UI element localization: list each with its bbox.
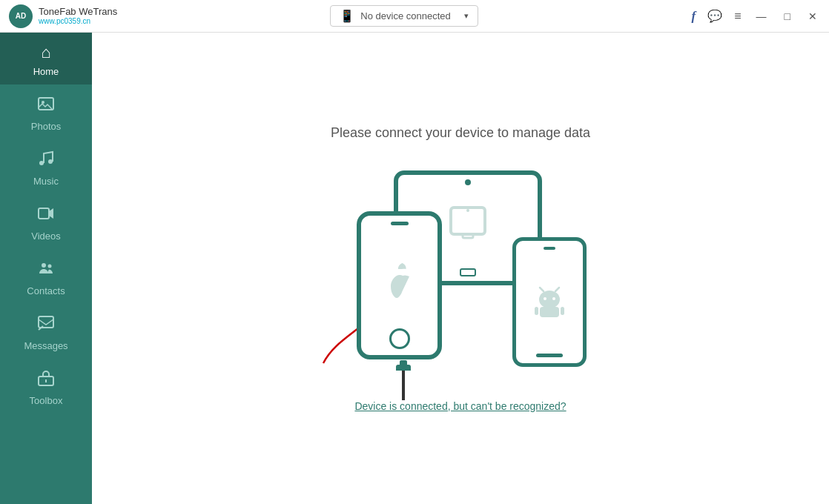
- svg-rect-21: [561, 307, 564, 315]
- sidebar-item-contacts[interactable]: Contacts: [0, 249, 92, 304]
- sidebar-item-music[interactable]: Music: [0, 139, 92, 194]
- titlebar-left: AD ToneFab WeTrans www.pc0359.cn: [9, 4, 117, 28]
- svg-line-18: [555, 288, 559, 291]
- chevron-down-icon: ▾: [464, 11, 469, 21]
- svg-point-16: [552, 297, 555, 300]
- sidebar: ⌂ Home Photos Music: [0, 33, 92, 504]
- main-content: Please connect your device to manage dat…: [92, 33, 829, 504]
- sidebar-label-messages: Messages: [24, 340, 67, 351]
- contacts-icon: [37, 259, 55, 282]
- facebook-icon[interactable]: f: [692, 9, 696, 24]
- svg-rect-4: [39, 208, 49, 219]
- sidebar-item-photos[interactable]: Photos: [0, 84, 92, 139]
- device-status-text: No device connected: [360, 10, 450, 21]
- android-logo-icon: [534, 286, 565, 317]
- svg-rect-13: [463, 234, 473, 238]
- sidebar-label-contacts: Contacts: [27, 285, 65, 296]
- svg-point-3: [48, 159, 53, 164]
- titlebar-right: f 💬 ≡ — □ ✕: [692, 9, 820, 24]
- home-icon: ⌂: [41, 43, 50, 62]
- sidebar-item-messages[interactable]: Messages: [0, 304, 92, 359]
- svg-rect-7: [39, 316, 53, 328]
- tablet-screen: [449, 206, 486, 250]
- menu-icon[interactable]: ≡: [734, 10, 741, 23]
- svg-rect-19: [540, 307, 559, 317]
- watermark-line2: www.pc0359.cn: [39, 17, 117, 26]
- sidebar-label-toolbox: Toolbox: [30, 395, 63, 406]
- app-logo: AD: [9, 4, 33, 28]
- sidebar-item-home[interactable]: ⌂ Home: [0, 33, 92, 84]
- music-icon: [37, 150, 55, 172]
- svg-rect-20: [535, 307, 538, 315]
- toolbox-icon: [37, 369, 55, 391]
- app-title: ToneFab WeTrans: [39, 6, 117, 18]
- photos-icon: [37, 95, 55, 117]
- iphone-device: [357, 211, 442, 359]
- sidebar-item-toolbox[interactable]: Toolbox: [0, 359, 92, 414]
- android-device: [512, 237, 587, 367]
- close-button[interactable]: ✕: [805, 10, 820, 22]
- minimize-button[interactable]: —: [753, 10, 770, 22]
- phone-icon: 📱: [340, 9, 354, 23]
- connect-link[interactable]: Device is connected, but can't be recogn…: [354, 400, 566, 412]
- sidebar-label-music: Music: [33, 176, 59, 187]
- connect-title: Please connect your device to manage dat…: [331, 125, 590, 141]
- sidebar-label-photos: Photos: [31, 121, 61, 132]
- device-selector[interactable]: 📱 No device connected ▾: [330, 5, 478, 27]
- messages-icon: [37, 314, 55, 336]
- main-layout: ⌂ Home Photos Music: [0, 33, 829, 504]
- svg-point-15: [544, 297, 546, 300]
- svg-point-5: [42, 263, 46, 268]
- sidebar-label-home: Home: [33, 66, 59, 77]
- sidebar-item-videos[interactable]: Videos: [0, 194, 92, 249]
- svg-point-6: [48, 265, 52, 268]
- svg-point-14: [539, 291, 560, 308]
- videos-icon: [37, 205, 55, 227]
- svg-line-17: [540, 288, 544, 291]
- chat-icon[interactable]: 💬: [707, 9, 722, 23]
- maximize-button[interactable]: □: [782, 10, 793, 22]
- apple-logo-icon: [381, 263, 418, 308]
- device-illustration: [320, 170, 601, 378]
- svg-point-12: [466, 209, 469, 212]
- device-selector-inner: 📱 No device connected: [340, 9, 450, 23]
- titlebar: AD ToneFab WeTrans www.pc0359.cn 📱 No de…: [0, 0, 829, 33]
- svg-point-2: [39, 161, 44, 165]
- sidebar-label-videos: Videos: [31, 231, 61, 242]
